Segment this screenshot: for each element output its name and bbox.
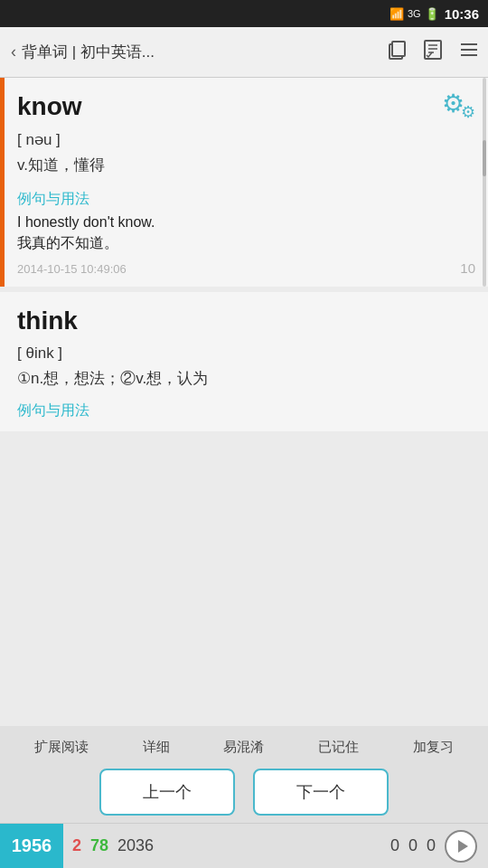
prev-button[interactable]: 上一个	[99, 769, 235, 816]
normal-count: 2036	[117, 836, 154, 855]
phonetic-think: [ θink ]	[17, 344, 475, 363]
detail-button[interactable]: 详细	[137, 735, 175, 760]
copy-icon[interactable]	[385, 38, 408, 67]
menu-icon[interactable]	[457, 38, 481, 67]
svg-marker-9	[458, 840, 468, 853]
meaning-know: v.知道，懂得	[17, 155, 475, 175]
next-button[interactable]: 下一个	[253, 769, 389, 816]
play-button[interactable]	[445, 830, 477, 863]
red-count: 2	[72, 836, 81, 855]
meaning-think: ①n.想，想法；②v.想，认为	[17, 368, 475, 389]
example-en-know: I honestly don't know.	[17, 214, 475, 231]
word-know: know	[17, 92, 82, 120]
confusable-button[interactable]: 易混淆	[218, 735, 269, 760]
word-think: think	[17, 307, 78, 335]
teal-count: 1956	[0, 824, 63, 869]
checklist-icon[interactable]	[421, 38, 445, 67]
scroll-area[interactable]: know ⚙ ⚙ [ nəu ] v.知道，懂得 例句与用法 I honestl…	[0, 78, 488, 726]
nav-buttons: 上一个 下一个	[0, 769, 488, 816]
stat2: 0	[408, 836, 418, 855]
section-title-know: 例句与用法	[17, 190, 475, 209]
bottom-right: 0 0 0	[390, 830, 477, 863]
word-card-think: think [ θink ] ①n.想，想法；②v.想，认为 例句与用法	[0, 292, 488, 431]
status-bar: 📶 3G 🔋 10:36	[0, 0, 488, 27]
example-zh-know: 我真的不知道。	[17, 234, 475, 253]
word-card-know: know ⚙ ⚙ [ nəu ] v.知道，懂得 例句与用法 I honestl…	[0, 78, 488, 287]
gear-small-icon: ⚙	[461, 102, 475, 122]
toolbar-icons	[385, 38, 481, 67]
action-buttons: 扩展阅读 详细 易混淆 已记住 加复习	[0, 735, 488, 760]
expand-reading-button[interactable]: 扩展阅读	[29, 735, 94, 760]
settings-icon[interactable]: ⚙ ⚙	[442, 89, 475, 118]
back-button[interactable]: ‹	[7, 42, 20, 61]
toolbar: ‹ 背单词 | 初中英语...	[0, 27, 488, 78]
bottom-bar: 1956 2 78 2036 0 0 0	[0, 823, 488, 868]
phonetic-know: [ nəu ]	[17, 130, 475, 149]
scrollbar-indicator	[483, 78, 486, 287]
status-icons: 📶 3G 🔋	[389, 7, 439, 21]
battery-icon: 🔋	[425, 7, 439, 21]
stat1: 0	[390, 836, 399, 855]
svg-rect-1	[392, 42, 405, 56]
signal-text: 3G	[408, 8, 421, 19]
remembered-button[interactable]: 已记住	[313, 735, 364, 760]
section-title-think: 例句与用法	[17, 401, 475, 420]
card-number-know: 10	[460, 260, 475, 276]
add-review-button[interactable]: 加复习	[408, 735, 459, 760]
status-time: 10:36	[445, 6, 479, 22]
bottom-stats: 2 78 2036	[72, 836, 390, 855]
wifi-icon: 📶	[389, 7, 404, 21]
scrollbar-thumb[interactable]	[483, 140, 486, 176]
page-title: 背单词 | 初中英语...	[22, 42, 385, 62]
stat3: 0	[427, 836, 436, 855]
green-count: 78	[90, 836, 108, 855]
timestamp-know: 2014-10-15 10:49:06	[17, 262, 475, 276]
action-bar: 扩展阅读 详细 易混淆 已记住 加复习 上一个 下一个	[0, 726, 488, 823]
